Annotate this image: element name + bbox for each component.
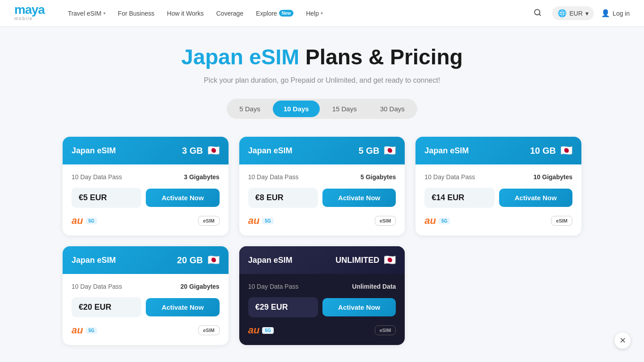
au-text-10gb: au	[424, 215, 436, 227]
card-footer-5gb: au 5G eSIM	[248, 215, 396, 227]
price-action-10gb: €14 EUR Activate Now	[424, 188, 572, 208]
plan-card-20gb: Japan eSIM 20 GB 🇯🇵 10 Day Data Pass 20 …	[63, 246, 229, 345]
activate-button-5gb[interactable]: Activate Now	[322, 189, 396, 207]
new-badge: New	[279, 10, 294, 17]
plans-row-1: Japan eSIM 3 GB 🇯🇵 10 Day Data Pass 3 Gi…	[63, 137, 581, 236]
au-logo-3gb: au 5G	[72, 215, 97, 227]
pass-value-3gb: 3 Gigabytes	[184, 173, 219, 181]
price-box-unlimited: €29 EUR	[248, 297, 318, 317]
au-logo-5gb: au 5G	[248, 215, 274, 227]
flag-icon-unlimited: 🇯🇵	[384, 254, 396, 266]
card-header-3gb: Japan eSIM 3 GB 🇯🇵	[63, 137, 229, 164]
price-box-20gb: €20 EUR	[72, 297, 141, 317]
esim-badge-3gb: eSIM	[198, 216, 220, 226]
page-subtitle: Pick your plan duration, go Prepaid or U…	[63, 76, 581, 84]
card-info-row-unlimited: 10 Day Data Pass Unlimited Data	[248, 283, 396, 290]
au-text-20gb: au	[72, 324, 83, 336]
price-action-unlimited: €29 EUR Activate Now	[248, 297, 396, 317]
card-header-5gb: Japan eSIM 5 GB 🇯🇵	[239, 137, 405, 164]
tab-5-days[interactable]: 5 Days	[229, 101, 271, 117]
au-logo-unlimited: au 5G	[248, 324, 274, 336]
esim-badge-20gb: eSIM	[198, 325, 220, 335]
card-header-unlimited: Japan eSIM UNLIMITED 🇯🇵	[239, 246, 405, 274]
card-header-10gb: Japan eSIM 10 GB 🇯🇵	[415, 137, 581, 164]
nav-travel-esim[interactable]: Travel eSIM ▾	[63, 6, 111, 21]
nav-help[interactable]: Help ▾	[301, 6, 328, 21]
card-header-right-unlimited: UNLIMITED 🇯🇵	[335, 254, 396, 266]
plan-card-10gb: Japan eSIM 10 GB 🇯🇵 10 Day Data Pass 10 …	[415, 137, 581, 236]
tab-30-days[interactable]: 30 Days	[369, 101, 415, 117]
flag-icon-3gb: 🇯🇵	[208, 145, 220, 156]
card-title-10gb: Japan eSIM	[424, 146, 469, 156]
flag-icon-10gb: 🇯🇵	[560, 145, 572, 156]
card-info-row-20gb: 10 Day Data Pass 20 Gigabytes	[72, 283, 220, 290]
chevron-down-icon: ▾	[103, 11, 106, 16]
price-box-10gb: €14 EUR	[424, 188, 494, 208]
plan-card-3gb: Japan eSIM 3 GB 🇯🇵 10 Day Data Pass 3 Gi…	[63, 137, 229, 236]
pass-label-20gb: 10 Day Data Pass	[72, 283, 122, 290]
price-box-5gb: €8 EUR	[248, 188, 318, 208]
pass-value-5gb: 5 Gigabytes	[360, 173, 396, 181]
close-button[interactable]: ✕	[614, 333, 631, 349]
login-button[interactable]: 👤 Log in	[601, 9, 630, 17]
nav-links: Travel eSIM ▾ For Business How it Works …	[63, 6, 530, 21]
svg-line-1	[539, 14, 541, 15]
pass-value-20gb: 20 Gigabytes	[181, 283, 220, 290]
card-title-20gb: Japan eSIM	[72, 256, 116, 265]
au-text-unlimited: au	[248, 324, 260, 336]
card-info-row-5gb: 10 Day Data Pass 5 Gigabytes	[248, 173, 396, 181]
nav-explore[interactable]: Explore New	[250, 6, 299, 21]
plan-card-5gb: Japan eSIM 5 GB 🇯🇵 10 Day Data Pass 5 Gi…	[239, 137, 405, 236]
5g-badge-10gb: 5G	[439, 218, 450, 224]
card-data-20gb: 20 GB	[177, 255, 203, 265]
esim-badge-unlimited: eSIM	[375, 325, 396, 335]
nav-for-business[interactable]: For Business	[113, 6, 160, 21]
card-data-10gb: 10 GB	[530, 146, 556, 156]
day-tabs: 5 Days 10 Days 15 Days 30 Days	[227, 99, 417, 119]
card-body-unlimited: 10 Day Data Pass Unlimited Data €29 EUR …	[239, 274, 405, 345]
card-title-unlimited: Japan eSIM	[248, 256, 292, 265]
nav-how-it-works[interactable]: How it Works	[161, 6, 209, 21]
card-body-5gb: 10 Day Data Pass 5 Gigabytes €8 EUR Acti…	[239, 164, 405, 236]
brand-logo[interactable]: maya mobile	[14, 5, 45, 21]
title-rest: Plans & Pricing	[299, 45, 462, 69]
search-button[interactable]	[530, 5, 545, 22]
page-title-section: Japan eSIM Plans & Pricing	[63, 45, 581, 69]
card-footer-20gb: au 5G eSIM	[72, 324, 220, 336]
pass-value-unlimited: Unlimited Data	[352, 283, 396, 290]
card-title-3gb: Japan eSIM	[72, 146, 116, 156]
activate-button-20gb[interactable]: Activate Now	[146, 298, 219, 316]
currency-selector[interactable]: 🌐 EUR ▾	[552, 6, 594, 20]
activate-button-10gb[interactable]: Activate Now	[499, 189, 572, 207]
card-footer-unlimited: au 5G eSIM	[248, 324, 396, 336]
tab-10-days[interactable]: 10 Days	[273, 101, 320, 117]
esim-badge-10gb: eSIM	[551, 216, 572, 226]
card-header-right-10gb: 10 GB 🇯🇵	[530, 145, 572, 156]
price-action-3gb: €5 EUR Activate Now	[72, 188, 220, 208]
price-action-20gb: €20 EUR Activate Now	[72, 297, 220, 317]
nav-coverage[interactable]: Coverage	[211, 6, 249, 21]
card-header-20gb: Japan eSIM 20 GB 🇯🇵	[63, 246, 229, 274]
card-data-3gb: 3 GB	[182, 146, 203, 156]
activate-button-unlimited[interactable]: Activate Now	[322, 298, 396, 316]
card-header-right-3gb: 3 GB 🇯🇵	[182, 145, 220, 156]
chevron-down-icon: ▾	[585, 10, 589, 17]
card-title-5gb: Japan eSIM	[248, 146, 292, 156]
au-logo-20gb: au 5G	[72, 324, 97, 336]
esim-badge-5gb: eSIM	[375, 216, 396, 226]
au-text-5gb: au	[248, 215, 260, 227]
pass-value-10gb: 10 Gigabytes	[534, 173, 572, 181]
activate-button-3gb[interactable]: Activate Now	[146, 189, 219, 207]
card-body-3gb: 10 Day Data Pass 3 Gigabytes €5 EUR Acti…	[63, 164, 229, 236]
pass-label-10gb: 10 Day Data Pass	[424, 173, 475, 181]
flag-icon-5gb: 🇯🇵	[384, 145, 396, 156]
plans-row-2: Japan eSIM 20 GB 🇯🇵 10 Day Data Pass 20 …	[63, 246, 581, 345]
card-data-unlimited: UNLIMITED	[335, 256, 379, 265]
nav-right: 🌐 EUR ▾ 👤 Log in	[530, 5, 630, 22]
title-highlight: Japan eSIM	[181, 45, 299, 69]
card-header-right-5gb: 5 GB 🇯🇵	[359, 145, 396, 156]
5g-badge-unlimited: 5G	[262, 327, 273, 334]
pass-label-3gb: 10 Day Data Pass	[72, 173, 122, 181]
card-body-20gb: 10 Day Data Pass 20 Gigabytes €20 EUR Ac…	[63, 274, 229, 345]
tab-15-days[interactable]: 15 Days	[322, 101, 368, 117]
